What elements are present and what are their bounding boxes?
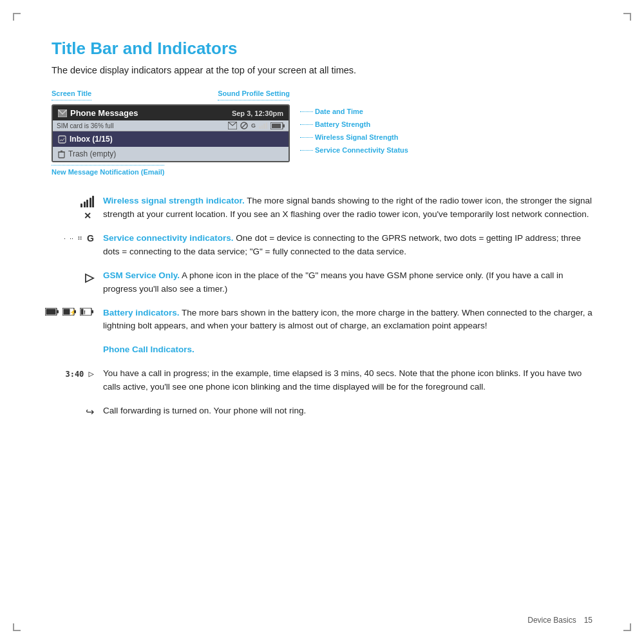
svg-rect-12	[46, 308, 56, 314]
signal-bars	[259, 122, 267, 129]
corner-mark-br	[623, 623, 631, 631]
screen-title-label: Screen Title	[52, 90, 91, 100]
corner-mark-tr	[623, 13, 631, 21]
date-time-label: Date and Time	[300, 108, 408, 115]
two-dot-icon: ··	[70, 234, 73, 242]
page-subtitle: The device display indicators appear at …	[52, 65, 592, 75]
service-text: Service connectivity indicators. One dot…	[103, 232, 592, 259]
phone-title: Phone Messages	[70, 108, 138, 118]
gsm-text: GSM Service Only. A phone icon in the pl…	[103, 269, 592, 296]
envelope-icon	[58, 109, 67, 117]
right-labels-panel: Date and Time Battery Strength Wireless …	[290, 90, 408, 176]
battery-text: Battery indicators. The more bars shown …	[103, 307, 592, 334]
svg-rect-21	[91, 310, 93, 313]
item-callforward: ↪ Call forwarding is turned on. Your pho…	[52, 404, 592, 418]
item-wireless: ✕ Wireless signal strength indicator. Th…	[52, 194, 592, 222]
top-labels: Screen Title Sound Profile Setting	[52, 90, 290, 100]
trash-icon	[58, 150, 65, 158]
service-highlight: Service connectivity indicators.	[103, 233, 234, 243]
corner-mark-tl	[13, 13, 21, 21]
phone-screen: Phone Messages Sep 3, 12:30pm SIM card i…	[52, 104, 290, 162]
corner-mark-bl	[13, 623, 21, 631]
svg-rect-5	[272, 124, 281, 128]
message-status-icon	[228, 122, 237, 129]
signal-letter: G	[251, 122, 256, 129]
mute-icon	[240, 122, 248, 129]
phone-bracket-icon: ▷	[85, 270, 94, 285]
callforward-text: Call forwarding is turned on. Your phone…	[103, 404, 592, 418]
inbox-label: Inbox (1/15)	[70, 135, 113, 144]
gsm-icon: ▷	[52, 269, 103, 285]
battery-charging-icon: ⚡	[62, 308, 77, 316]
timer-display: 3:40 ▷	[65, 368, 94, 379]
battery-icons: ⚡ !	[52, 307, 103, 316]
footer-page-number: 15	[584, 616, 592, 625]
svg-rect-7	[59, 136, 66, 143]
svg-rect-19	[81, 308, 84, 314]
one-dot-icon: ·	[64, 234, 66, 242]
gsm-highlight: GSM Service Only.	[103, 270, 180, 280]
item-phonecall-label: Phone Call Indicators.	[52, 343, 592, 357]
svg-rect-8	[59, 152, 64, 158]
callforward-icon: ↪	[52, 404, 103, 418]
battery-full-icon	[45, 308, 59, 316]
phone-section: Screen Title Sound Profile Setting Phone…	[52, 90, 592, 176]
phonecall-timer-icon: 3:40 ▷	[52, 367, 103, 379]
battery-status-icon	[270, 122, 285, 129]
service-icon: · ·· ⠶ G	[52, 232, 103, 243]
battery-low-icon: !	[80, 308, 94, 316]
phone-inbox-row: Inbox (1/15)	[53, 131, 289, 147]
bottom-labels: New Message Notification (Email)	[52, 165, 290, 176]
item-phonecall: 3:40 ▷ You have a call in progress; in t…	[52, 367, 592, 394]
wireless-signal-label: Wireless Signal Strength	[300, 133, 408, 141]
page-footer: Device Basics 15	[527, 616, 592, 625]
phonecall-label-icon	[52, 343, 103, 345]
wireless-highlight: Wireless signal strength indicator.	[103, 196, 245, 205]
service-connectivity-label: Service Connectivity Status	[300, 146, 408, 154]
page: Title Bar and Indicators The device disp…	[0, 0, 644, 644]
battery-icon-row: ⚡ !	[45, 308, 94, 316]
wireless-text: Wireless signal strength indicator. The …	[103, 194, 592, 222]
phone-status-bar: SIM card is 36% full G	[53, 120, 289, 131]
content-items: ✕ Wireless signal strength indicator. Th…	[52, 194, 592, 418]
phone-subtitle: SIM card is 36% full	[57, 122, 113, 129]
item-battery: ⚡ ! Battery indicators. The more bars sh…	[52, 307, 592, 334]
trash-label: Trash (empty)	[68, 149, 116, 158]
item-service: · ·· ⠶ G Service connectivity indicators…	[52, 232, 592, 259]
sound-profile-label: Sound Profile Setting	[218, 90, 290, 100]
svg-rect-13	[57, 310, 59, 313]
phone-top-bar: Phone Messages Sep 3, 12:30pm	[53, 106, 289, 120]
phone-trash-row: Trash (empty)	[53, 147, 289, 161]
phone-date-time: Sep 3, 12:30pm	[232, 109, 283, 117]
svg-rect-17	[74, 310, 76, 313]
item-gsm: ▷ GSM Service Only. A phone icon in the …	[52, 269, 592, 296]
three-dot-icon: ⠶	[77, 234, 83, 242]
svg-text:!: !	[84, 309, 86, 316]
battery-highlight: Battery indicators.	[103, 308, 180, 317]
g-icon: G	[87, 233, 94, 243]
phone-top-left: Phone Messages	[58, 108, 138, 118]
phone-icon	[58, 135, 66, 144]
wireless-icon: ✕	[52, 194, 103, 221]
battery-strength-label: Battery Strength	[300, 120, 408, 128]
phone-mock-group: Screen Title Sound Profile Setting Phone…	[52, 90, 290, 176]
phonecall-text: You have a call in progress; in the exam…	[103, 367, 592, 394]
phonecall-label-highlight: Phone Call Indicators.	[103, 345, 194, 354]
new-message-label: New Message Notification (Email)	[52, 165, 164, 176]
page-title: Title Bar and Indicators	[52, 39, 592, 59]
svg-rect-6	[283, 124, 285, 128]
svg-line-3	[242, 123, 247, 128]
connectivity-icons: · ·· ⠶ G	[64, 233, 94, 243]
forward-arrow-icon: ↪	[86, 406, 94, 418]
phonecall-label-text: Phone Call Indicators.	[103, 343, 592, 357]
svg-rect-15	[64, 308, 70, 314]
footer-section: Device Basics	[527, 616, 576, 625]
